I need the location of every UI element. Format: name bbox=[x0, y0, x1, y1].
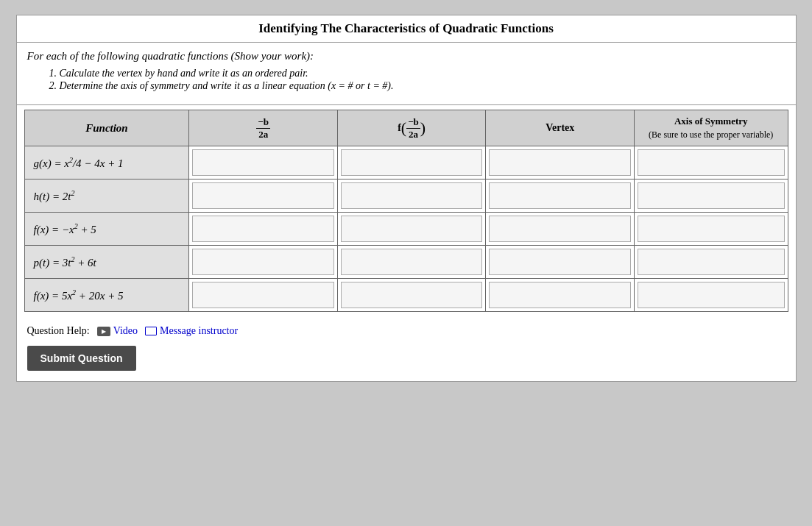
input-row3-neg-b-2a[interactable] bbox=[192, 216, 334, 242]
instructions-step2: 2. Determine the axis of symmetry and wr… bbox=[49, 80, 763, 92]
input-row4-neg-b-2a[interactable] bbox=[192, 249, 334, 275]
message-instructor-button[interactable]: Message instructor bbox=[145, 325, 238, 337]
input-cell-row3-f-neg-b-2a[interactable] bbox=[337, 213, 486, 246]
question-help-section: Question Help: ▶ Video Message instructo… bbox=[17, 319, 796, 343]
input-cell-row2-neg-b-2a[interactable] bbox=[189, 180, 338, 213]
input-cell-row3-axis[interactable] bbox=[634, 213, 788, 246]
col-header-vertex: Vertex bbox=[486, 110, 635, 146]
table-row: h(t) = 2t2 bbox=[24, 180, 788, 213]
instructions-intro: For each of the following quadratic func… bbox=[27, 50, 785, 63]
function-cell-row2: h(t) = 2t2 bbox=[24, 180, 189, 213]
input-cell-row5-neg-b-2a[interactable] bbox=[189, 279, 338, 312]
input-row2-vertex[interactable] bbox=[489, 182, 631, 209]
function-cell-row1: g(x) = x2/4 − 4x + 1 bbox=[24, 146, 189, 180]
input-cell-row5-vertex[interactable] bbox=[486, 279, 635, 312]
envelope-icon bbox=[145, 327, 157, 335]
input-row2-f-neg-b-2a[interactable] bbox=[341, 182, 483, 209]
input-cell-row1-axis[interactable] bbox=[634, 146, 788, 180]
fraction-display: −b 2a bbox=[256, 116, 270, 141]
function-cell-row5: f(x) = 5x2 + 20x + 5 bbox=[24, 279, 189, 312]
input-row4-f-neg-b-2a[interactable] bbox=[341, 249, 483, 275]
table-row: p(t) = 3t2 + 6t bbox=[24, 246, 788, 279]
input-cell-row1-vertex[interactable] bbox=[486, 146, 635, 180]
input-row1-vertex[interactable] bbox=[489, 149, 631, 176]
submit-button[interactable]: Submit Question bbox=[27, 346, 136, 371]
message-label: Message instructor bbox=[160, 325, 238, 337]
input-cell-row4-vertex[interactable] bbox=[486, 246, 635, 279]
help-label: Question Help: bbox=[27, 325, 90, 337]
input-row3-axis[interactable] bbox=[638, 216, 785, 242]
col-header-f-neg-b-2a: f ( −b 2a ) bbox=[337, 110, 486, 146]
input-row5-f-neg-b-2a[interactable] bbox=[341, 282, 483, 308]
function-cell-row4: p(t) = 3t2 + 6t bbox=[24, 246, 189, 279]
col-header-axis: Axis of Symmetry(Be sure to use the prop… bbox=[634, 110, 788, 146]
input-cell-row1-neg-b-2a[interactable] bbox=[189, 146, 338, 180]
input-row3-f-neg-b-2a[interactable] bbox=[341, 216, 483, 242]
table-row: f(x) = 5x2 + 20x + 5 bbox=[24, 279, 788, 312]
page-container: Identifying The Characteristics of Quadr… bbox=[16, 15, 797, 382]
input-cell-row4-f-neg-b-2a[interactable] bbox=[337, 246, 486, 279]
input-cell-row5-f-neg-b-2a[interactable] bbox=[337, 279, 486, 312]
input-row5-vertex[interactable] bbox=[489, 282, 631, 308]
page-title: Identifying The Characteristics of Quadr… bbox=[17, 15, 796, 43]
input-cell-row3-vertex[interactable] bbox=[486, 213, 635, 246]
input-row2-axis[interactable] bbox=[638, 182, 785, 209]
input-row5-axis[interactable] bbox=[638, 282, 785, 308]
col-header-function: Function bbox=[24, 110, 189, 146]
input-row4-vertex[interactable] bbox=[489, 249, 631, 275]
input-cell-row4-axis[interactable] bbox=[634, 246, 788, 279]
video-label: Video bbox=[113, 325, 138, 337]
input-row1-neg-b-2a[interactable] bbox=[192, 149, 334, 176]
input-cell-row2-axis[interactable] bbox=[634, 180, 788, 213]
input-cell-row2-vertex[interactable] bbox=[486, 180, 635, 213]
video-icon: ▶ bbox=[97, 327, 110, 336]
table-row: f(x) = −x2 + 5 bbox=[24, 213, 788, 246]
input-cell-row1-f-neg-b-2a[interactable] bbox=[337, 146, 486, 180]
video-button[interactable]: ▶ Video bbox=[97, 325, 138, 337]
input-row2-neg-b-2a[interactable] bbox=[192, 182, 334, 209]
input-row3-vertex[interactable] bbox=[489, 216, 631, 242]
input-cell-row3-neg-b-2a[interactable] bbox=[189, 213, 338, 246]
col-header-neg-b-2a: −b 2a bbox=[189, 110, 338, 146]
input-cell-row5-axis[interactable] bbox=[634, 279, 788, 312]
input-cell-row2-f-neg-b-2a[interactable] bbox=[337, 180, 486, 213]
instructions: For each of the following quadratic func… bbox=[17, 43, 796, 105]
function-cell-row3: f(x) = −x2 + 5 bbox=[24, 213, 189, 246]
input-row5-neg-b-2a[interactable] bbox=[192, 282, 334, 308]
input-row1-axis[interactable] bbox=[638, 149, 785, 176]
table-row: g(x) = x2/4 − 4x + 1 bbox=[24, 146, 788, 180]
table-container: Function −b 2a f ( −b bbox=[17, 105, 796, 319]
instructions-step1: 1. Calculate the vertex by hand and writ… bbox=[49, 68, 763, 79]
input-row4-axis[interactable] bbox=[638, 249, 785, 275]
f-expr-display: f ( −b 2a ) bbox=[398, 116, 426, 141]
input-cell-row4-neg-b-2a[interactable] bbox=[189, 246, 338, 279]
quadratic-table: Function −b 2a f ( −b bbox=[24, 110, 788, 312]
input-row1-f-neg-b-2a[interactable] bbox=[341, 149, 483, 176]
